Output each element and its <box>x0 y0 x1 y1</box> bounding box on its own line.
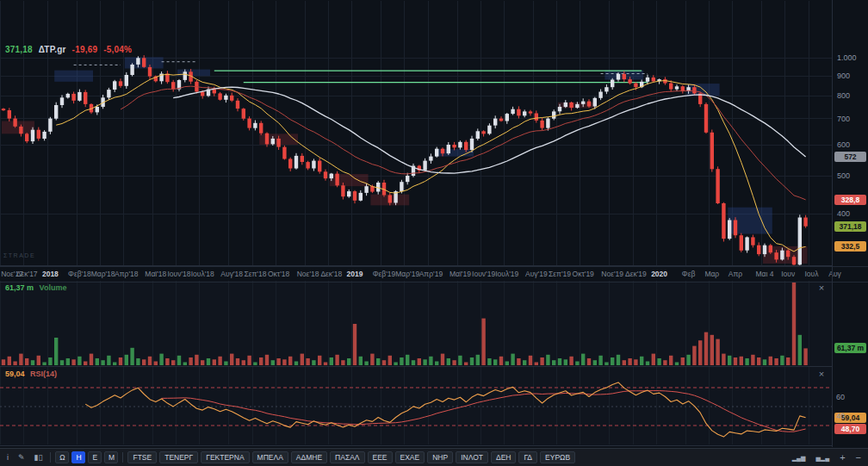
timeframe-button-Ω[interactable]: Ω <box>55 451 69 463</box>
toolbar-separator <box>122 452 123 463</box>
draw-button-icon[interactable]: ✎ <box>15 450 28 464</box>
time-axis-label: Νοε'19 <box>601 270 623 278</box>
ticker-button-ΕΕΕ[interactable]: ΕΕΕ <box>368 451 393 463</box>
chart-canvas[interactable] <box>0 0 832 447</box>
horizontal-line-drawings <box>214 71 648 83</box>
price-axis-tick: 1.000 <box>837 53 857 62</box>
time-axis-label: Φεβ <box>682 270 695 278</box>
time-axis-label: Μαρ'19 <box>395 270 419 278</box>
volume-badge: 61,37 m <box>834 343 866 353</box>
zoom-out-button-icon[interactable]: − <box>852 450 865 464</box>
timeframe-button-Η[interactable]: Η <box>71 451 85 463</box>
ticker-button-ΔΕΗ[interactable]: ΔΕΗ <box>491 451 517 463</box>
legend-change-pct: -5,04% <box>103 45 132 54</box>
rsi-ma-badge: 48,70 <box>834 424 866 434</box>
timeframe-button-Μ[interactable]: Μ <box>104 451 118 463</box>
ticker-button-ΓΔ[interactable]: ΓΔ <box>518 451 537 463</box>
ticker-button-ΓΕΚΤΕΡΝΑ[interactable]: ΓΕΚΤΕΡΝΑ <box>201 451 249 463</box>
time-axis-label: Φεβ'18 <box>68 270 91 278</box>
time-axis-label: Μαι 4 <box>756 270 774 278</box>
rsi-value: 59,04 <box>5 370 25 378</box>
rsi-pane-close-icon[interactable]: × <box>816 370 827 380</box>
time-axis-label: Δεκ'18 <box>320 270 342 278</box>
time-axis-label: Αυγ'19 <box>525 270 548 278</box>
rsi-axis-tick: 60 <box>836 393 845 401</box>
time-axis-label: Σεπ'19 <box>549 270 571 278</box>
volume-pane-close-icon[interactable]: × <box>816 283 827 294</box>
time-axis-label: Ιουν'19 <box>472 270 495 278</box>
ticker-button-ΤΕΝΕΡΓ[interactable]: ΤΕΝΕΡΓ <box>159 451 198 463</box>
ma-med-price-badge: 328,8 <box>834 195 866 205</box>
time-axis-label: Δεκ'19 <box>625 270 647 278</box>
rsi-legend: 59,04 RSI(14) <box>5 370 57 378</box>
time-axis-label: Νοε'18 <box>297 270 319 278</box>
price-axis-tick: 700 <box>837 115 850 123</box>
platform-watermark: ΣTRADE <box>3 252 35 258</box>
time-axis-label: Οκτ'19 <box>573 270 594 278</box>
time-axis-label: Αυγ'18 <box>220 270 243 278</box>
price-axis[interactable]: 572 371,18 332,5 328,8 61,37 m 59,04 48,… <box>832 0 868 447</box>
time-axis-label: Δεκ'17 <box>16 270 38 278</box>
time-axis-label: Ιουν <box>781 270 795 278</box>
time-axis-label: Απρ'19 <box>419 270 443 278</box>
price-axis-tick: 600 <box>837 140 850 149</box>
timeframe-button-Ε[interactable]: Ε <box>88 451 102 463</box>
time-axis-label: Απρ <box>728 270 742 278</box>
ticker-button-ΙΝΛΟΤ[interactable]: ΙΝΛΟΤ <box>456 451 488 463</box>
info-button-icon[interactable]: i <box>3 450 12 464</box>
ticker-button-ΜΠΕΛΑ[interactable]: ΜΠΕΛΑ <box>252 451 288 463</box>
legend-change: -19,69 <box>72 45 98 54</box>
time-axis-label: Ιουλ'19 <box>495 270 518 278</box>
price-axis-tick: 900 <box>837 71 850 80</box>
volume-legend: 61,37 m Volume <box>5 283 66 292</box>
ticker-button-ΝΗΡ[interactable]: ΝΗΡ <box>427 451 453 463</box>
toolbar-right-group: ▂▄▆▅▂▄+− <box>789 450 865 464</box>
time-axis-label: Φεβ'19 <box>373 270 396 278</box>
price-axis-tick: 400 <box>837 209 850 218</box>
time-axis[interactable]: Νοε'17Δεκ'172018Φεβ'18Μαρ'18Απρ'18Μαϊ'18… <box>0 266 868 283</box>
time-axis-label: Μαϊ'19 <box>450 270 471 278</box>
ticker-button-ΑΔΜΗΕ[interactable]: ΑΔΜΗΕ <box>291 451 327 463</box>
time-axis-label: Μαρ'18 <box>91 270 115 278</box>
toolbar-separator <box>50 452 51 463</box>
legend-symbol: ΔΤΡ.gr <box>39 45 66 54</box>
time-axis-label: Απρ'18 <box>115 270 138 278</box>
time-axis-label: Ιουλ <box>804 270 818 278</box>
time-axis-label: Μαρ <box>704 270 719 278</box>
time-axis-label: Οκτ'18 <box>268 270 289 278</box>
symbol-legend: 371,18 ΔΤΡ.gr -19,69 -5,04% <box>5 45 132 54</box>
zoom-in-button-icon[interactable]: + <box>836 450 848 464</box>
bars-style-button-icon[interactable]: ▅▂▄ <box>812 450 833 464</box>
time-axis-label: 2018 <box>42 270 59 278</box>
price-axis-tick: 500 <box>837 171 850 180</box>
time-axis-label: 2020 <box>651 270 667 278</box>
last-price-badge: 371,18 <box>834 221 866 232</box>
volume-value: 61,37 m <box>5 283 34 292</box>
time-axis-label: Ιουν'18 <box>167 270 190 278</box>
price-axis-tick: 800 <box>837 91 850 100</box>
time-axis-label: 2019 <box>347 270 363 278</box>
volume-histogram-button-icon[interactable]: ▂▄▆ <box>789 450 809 464</box>
ma-fast-price-badge: 332,5 <box>834 241 866 252</box>
rsi-name: RSI(14) <box>30 370 57 378</box>
ticker-button-ΕΥΡΩΒ[interactable]: ΕΥΡΩΒ <box>540 451 575 463</box>
time-axis-label: Μαϊ'18 <box>145 270 166 278</box>
time-axis-label: Ιουλ'18 <box>191 270 214 278</box>
ticker-button-ΠΑΣΑΛ[interactable]: ΠΑΣΑΛ <box>330 451 364 463</box>
ticker-button-ΕΧΑΕ[interactable]: ΕΧΑΕ <box>395 451 425 463</box>
legend-last-price: 371,18 <box>5 45 33 54</box>
volume-name: Volume <box>40 283 67 292</box>
time-axis-label: Σεπ'18 <box>244 270 266 278</box>
ma-slow-price-badge: 572 <box>834 152 866 162</box>
ticker-button-FTSE[interactable]: FTSE <box>127 451 157 463</box>
chart-app: 371,18 ΔΤΡ.gr -19,69 -5,04% ΣTRADE 61,37… <box>0 0 868 466</box>
bottom-toolbar: i✎▮▯ΩΗΕΜFTSEΤΕΝΕΡΓΓΕΚΤΕΡΝΑΜΠΕΛΑΑΔΜΗΕΠΑΣΑ… <box>0 448 868 466</box>
rsi-axis-tick: 40 <box>836 412 845 420</box>
chart-type-button-icon[interactable]: ▮▯ <box>31 450 46 464</box>
